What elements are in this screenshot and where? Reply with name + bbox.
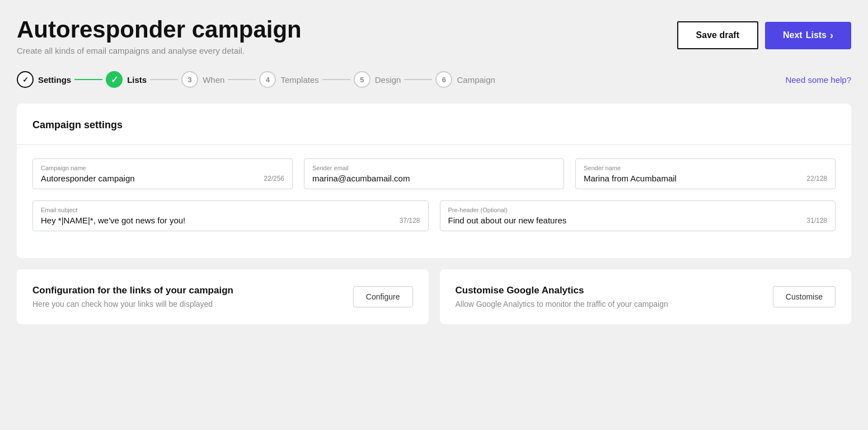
step-5-label: Design: [375, 75, 401, 85]
fields-row-1: Campaign name Autoresponder campaign 22/…: [32, 158, 836, 189]
analytics-info: Customise Google Analytics Allow Google …: [456, 285, 668, 309]
step-2-label: Lists: [127, 75, 147, 85]
preheader-counter: 31/128: [806, 217, 827, 225]
step-3-circle: 3: [181, 71, 198, 88]
email-subject-counter: 37/128: [400, 217, 420, 225]
step-settings[interactable]: ✓ Settings: [17, 71, 71, 88]
connector-4: [322, 79, 350, 80]
sender-email-value-row: marina@acumbamail.com: [312, 174, 556, 183]
configure-button[interactable]: Configure: [353, 286, 413, 307]
sender-email-field[interactable]: Sender email marina@acumbamail.com: [304, 158, 564, 189]
preheader-field[interactable]: Pre-header (Optional) Find out about our…: [440, 200, 836, 231]
next-button[interactable]: Next Lists ›: [765, 22, 851, 49]
step-4-circle: 4: [259, 71, 276, 88]
sender-name-counter: 22/128: [806, 175, 827, 183]
email-subject-value: Hey *|NAME|*, we've got news for you!: [41, 216, 185, 225]
campaign-settings-title: Campaign settings: [32, 119, 836, 131]
analytics-desc: Allow Google Analytics to monitor the tr…: [456, 300, 668, 309]
campaign-name-label: Campaign name: [41, 165, 284, 171]
next-sub-label: Lists: [806, 30, 827, 40]
save-draft-button[interactable]: Save draft: [677, 21, 758, 49]
sender-name-value-row: Marina from Acumbamail 22/128: [584, 174, 827, 183]
step-campaign[interactable]: 6 Campaign: [435, 71, 495, 88]
preheader-label: Pre-header (Optional): [448, 207, 828, 213]
fields-row-2: Email subject Hey *|NAME|*, we've got ne…: [32, 200, 836, 231]
sender-name-value: Marina from Acumbamail: [584, 174, 677, 183]
stepper-row: ✓ Settings ✓ Lists 3 When 4 Templates 5 …: [17, 71, 851, 88]
customise-button[interactable]: Customise: [773, 286, 836, 307]
step-1-circle: ✓: [17, 71, 34, 88]
step-1-label: Settings: [38, 75, 71, 85]
step-lists[interactable]: ✓ Lists: [106, 71, 147, 88]
campaign-name-counter: 22/256: [264, 175, 284, 183]
links-config-card: Configuration for the links of your camp…: [17, 269, 429, 324]
step-4-label: Templates: [280, 75, 318, 85]
step-6-label: Campaign: [457, 75, 495, 85]
connector-5: [404, 79, 432, 80]
email-subject-value-row: Hey *|NAME|*, we've got news for you! 37…: [41, 216, 420, 225]
next-label: Next: [783, 30, 803, 40]
campaign-settings-card: Campaign settings Campaign name Autoresp…: [17, 104, 851, 258]
connector-1: [74, 79, 102, 80]
step-3-label: When: [203, 75, 224, 85]
campaign-name-value-row: Autoresponder campaign 22/256: [41, 174, 284, 183]
preheader-value-row: Find out about our new features 31/128: [448, 216, 828, 225]
sender-name-field[interactable]: Sender name Marina from Acumbamail 22/12…: [575, 158, 836, 189]
email-subject-field[interactable]: Email subject Hey *|NAME|*, we've got ne…: [32, 200, 429, 231]
links-config-desc: Here you can check how your links will b…: [32, 300, 233, 309]
sender-name-label: Sender name: [584, 165, 827, 171]
analytics-title: Customise Google Analytics: [456, 285, 668, 296]
email-subject-label: Email subject: [41, 207, 420, 213]
step-templates[interactable]: 4 Templates: [259, 71, 318, 88]
help-link[interactable]: Need some help?: [785, 75, 851, 85]
step-5-circle: 5: [354, 71, 370, 88]
step-when[interactable]: 3 When: [181, 71, 224, 88]
step-6-circle: 6: [435, 71, 452, 88]
bottom-cards-row: Configuration for the links of your camp…: [17, 269, 851, 324]
card-divider: [17, 144, 851, 145]
page-subtitle: Create all kinds of email campaigns and …: [17, 46, 302, 55]
campaign-name-value: Autoresponder campaign: [41, 174, 135, 183]
page-title: Autoresponder campaign: [17, 17, 302, 43]
step-design[interactable]: 5 Design: [354, 71, 401, 88]
sender-email-label: Sender email: [312, 165, 556, 171]
links-config-title: Configuration for the links of your camp…: [32, 285, 233, 296]
analytics-card: Customise Google Analytics Allow Google …: [440, 269, 852, 324]
connector-3: [228, 79, 256, 80]
header-actions: Save draft Next Lists ›: [677, 21, 851, 49]
chevron-right-icon: ›: [830, 30, 833, 41]
header-left: Autoresponder campaign Create all kinds …: [17, 17, 302, 55]
links-config-info: Configuration for the links of your camp…: [32, 285, 233, 309]
page-header: Autoresponder campaign Create all kinds …: [17, 17, 851, 55]
campaign-name-field[interactable]: Campaign name Autoresponder campaign 22/…: [32, 158, 293, 189]
stepper: ✓ Settings ✓ Lists 3 When 4 Templates 5 …: [17, 71, 495, 88]
step-2-circle: ✓: [106, 71, 123, 88]
connector-2: [150, 79, 178, 80]
preheader-value: Find out about our new features: [448, 216, 567, 225]
sender-email-value: marina@acumbamail.com: [312, 174, 410, 183]
